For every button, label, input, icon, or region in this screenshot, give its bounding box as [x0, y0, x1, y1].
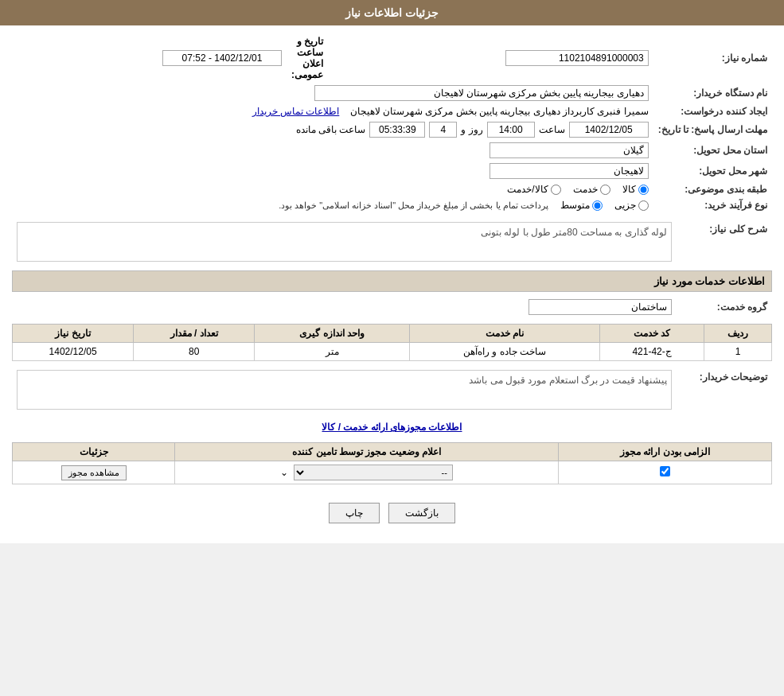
noe-faraind-desc: پرداخت تمام یا بخشی از مبلغ خریداز محل "…: [279, 200, 548, 211]
th-nam: نام خدمت: [410, 325, 600, 343]
chap-button[interactable]: چاپ: [329, 503, 380, 523]
tabaqe-kala-label[interactable]: کالا: [622, 184, 649, 195]
shomara-niaz-input[interactable]: [505, 50, 649, 66]
motovaset-radio[interactable]: [592, 200, 603, 211]
saat-label: ساعت: [539, 124, 565, 135]
tabaqe-khadamat-radio[interactable]: [600, 185, 610, 195]
grohe-khadamat-table: گروه خدمت:: [12, 297, 772, 317]
grohe-row: گروه خدمت:: [12, 297, 772, 317]
grohe-label: گروه خدمت:: [677, 297, 772, 317]
tabaqe-kala-khadamat-label[interactable]: کالا/خدمت: [507, 184, 560, 195]
nam-dastgah-row: نام دستگاه خریدار:: [12, 83, 772, 103]
sharh-row: شرح کلی نیاز: لوله گذاری به مساحت 80متر …: [12, 220, 772, 264]
content-area: شماره نیاز: تاریخ و ساعت اعلان عمومی: نا…: [0, 25, 784, 543]
baqi-mande-input[interactable]: [369, 122, 425, 138]
roz-input[interactable]: [429, 122, 457, 138]
bazgasht-button[interactable]: بازگشت: [388, 503, 455, 523]
toshihat-label: توضیحات خریدار:: [677, 367, 772, 412]
khadamat-table: ردیف کد خدمت نام خدمت واحد اندازه گیری ت…: [12, 324, 772, 361]
toshihat-row: توضیحات خریدار: پیشنهاد قیمت در برگ استع…: [12, 367, 772, 412]
permits-header-row: الزامی بودن ارائه مجوز اعلام وضعیت مجوز …: [13, 443, 772, 461]
sharh-label: شرح کلی نیاز:: [677, 220, 772, 264]
tabaqe-radio-group: کالا خدمت کالا/خدمت: [17, 184, 649, 195]
toshihat-table: توضیحات خریدار: پیشنهاد قیمت در برگ استع…: [12, 367, 772, 412]
khadamat-table-body: 1 ج-42-421 ساخت جاده و راه‌آهن متر 80 14…: [13, 343, 772, 361]
tarikh-elan-input[interactable]: [162, 50, 282, 66]
moj-section-container: اطلاعات مجوزهای ارائه خدمت / کالا: [12, 418, 772, 436]
elam-vaziat-select[interactable]: --: [294, 465, 453, 480]
ostan-label: استان محل تحویل:: [653, 140, 772, 161]
shahr-row: شهر محل تحویل:: [12, 161, 772, 181]
mohlat-row: مهلت ارسال پاسخ: تا تاریخ: ساعت روز و سا…: [12, 119, 772, 140]
permits-row: -- ⌄ مشاهده مجوز: [13, 461, 772, 484]
baqi-mande-label: ساعت باقی مانده: [296, 124, 366, 135]
elzami-checkbox[interactable]: [660, 466, 670, 476]
tabaqe-khadamat-label[interactable]: خدمت: [573, 184, 610, 195]
mohlat-label: مهلت ارسال پاسخ: تا تاریخ:: [653, 119, 772, 140]
elzami-cell: [558, 461, 771, 484]
toshihat-value: پیشنهاد قیمت در برگ استعلام مورد قبول می…: [17, 370, 672, 410]
th-tedad: تعداد / مقدار: [134, 325, 255, 343]
nam-dastgah-label: نام دستگاه خریدار:: [653, 83, 772, 103]
tabaqe-label: طبقه بندی موضوعی:: [653, 181, 772, 197]
grohe-input[interactable]: [529, 299, 672, 315]
tabaqe-kala-radio[interactable]: [638, 185, 649, 195]
main-info-table: شماره نیاز: تاریخ و ساعت اعلان عمومی: نا…: [12, 33, 772, 213]
jozii-label[interactable]: جزیی: [614, 200, 649, 211]
td-nam: ساخت جاده و راه‌آهن: [410, 343, 600, 361]
shomara-niaz-row: شماره نیاز: تاریخ و ساعت اعلان عمومی:: [12, 33, 772, 83]
th-elzami: الزامی بودن ارائه مجوز: [558, 443, 771, 461]
shahr-input[interactable]: [490, 163, 649, 179]
motovaset-text: متوسط: [560, 200, 590, 211]
th-radif: ردیف: [704, 325, 772, 343]
permits-table-head: الزامی بودن ارائه مجوز اعلام وضعیت مجوز …: [13, 443, 772, 461]
motovaset-label[interactable]: متوسط: [560, 200, 603, 211]
tabaqe-kala-khadamat-radio[interactable]: [551, 185, 561, 195]
page-header: جزئیات اطلاعات نیاز: [0, 0, 784, 25]
td-tedad: 80: [134, 343, 255, 361]
page-title: جزئیات اطلاعات نیاز: [345, 6, 439, 19]
permits-table: الزامی بودن ارائه مجوز اعلام وضعیت مجوز …: [12, 442, 772, 484]
th-kod: کد خدمت: [600, 325, 704, 343]
th-elam-vaziat: اعلام وضعیت مجوز توسط تامین کننده: [175, 443, 559, 461]
khadamat-table-header-row: ردیف کد خدمت نام خدمت واحد اندازه گیری ت…: [13, 325, 772, 343]
jozii-radio[interactable]: [638, 200, 649, 211]
th-vahed: واحد اندازه گیری: [255, 325, 410, 343]
btn-container: بازگشت چاپ: [12, 491, 772, 535]
mohlat-flex: ساعت روز و ساعت باقی مانده: [17, 122, 649, 138]
joziyat-cell: مشاهده مجوز: [13, 461, 175, 484]
mohlat-date-input[interactable]: [569, 122, 649, 138]
td-radif: 1: [704, 343, 772, 361]
nam-dastgah-input[interactable]: [314, 85, 649, 101]
sharh-value: لوله گذاری به مساحت 80متر طول با لوله بت…: [17, 222, 672, 262]
ostan-input[interactable]: [490, 142, 649, 158]
permits-table-body: -- ⌄ مشاهده مجوز: [13, 461, 772, 484]
moj-section-link[interactable]: اطلاعات مجوزهای ارائه خدمت / کالا: [12, 418, 772, 436]
td-vahed: متر: [255, 343, 410, 361]
noe-faraind-group: جزیی متوسط پرداخت تمام یا بخشی از مبلغ خ…: [17, 200, 649, 211]
ijad-konande-label: ایجاد کننده درخواست:: [653, 103, 772, 119]
khadamat-section-header: اطلاعات خدمات مورد نیاز: [12, 270, 772, 292]
ijad-konande-row: ایجاد کننده درخواست: سمیرا فنبری کاربردا…: [12, 103, 772, 119]
jozii-text: جزیی: [614, 200, 636, 211]
td-kod: ج-42-421: [600, 343, 704, 361]
khadamat-table-head: ردیف کد خدمت نام خدمت واحد اندازه گیری ت…: [13, 325, 772, 343]
roz-label: روز و: [461, 124, 482, 135]
shomara-niaz-label: شماره نیاز:: [653, 33, 772, 83]
page-wrapper: جزئیات اطلاعات نیاز شماره نیاز: تاریخ و …: [0, 0, 784, 543]
view-permit-button[interactable]: مشاهده مجوز: [61, 465, 127, 480]
elam-vaziat-cell: -- ⌄: [175, 461, 559, 484]
th-joziyat: جزئیات: [13, 443, 175, 461]
tabaqe-row: طبقه بندی موضوعی: کالا خدمت: [12, 181, 772, 197]
shahr-label: شهر محل تحویل:: [653, 161, 772, 181]
tabaqe-kala-khadamat-text: کالا/خدمت: [507, 184, 548, 195]
saat-input[interactable]: [487, 122, 535, 138]
tabaqe-kala-text: کالا: [622, 184, 636, 195]
ettelaat-tamas-link[interactable]: اطلاعات تماس خریدار: [252, 106, 340, 117]
table-row: 1 ج-42-421 ساخت جاده و راه‌آهن متر 80 14…: [13, 343, 772, 361]
ijad-konande-value: سمیرا فنبری کاربرداز دهیاری بیجارینه پای…: [350, 106, 649, 117]
sharh-table: شرح کلی نیاز: لوله گذاری به مساحت 80متر …: [12, 220, 772, 264]
noe-faraind-row: نوع فرآیند خرید: جزیی متوسط پرداخت تمام …: [12, 197, 772, 213]
tarikh-elan-label: تاریخ و ساعت اعلان عمومی:: [287, 33, 328, 83]
th-tarikh: تاریخ نیاز: [13, 325, 134, 343]
